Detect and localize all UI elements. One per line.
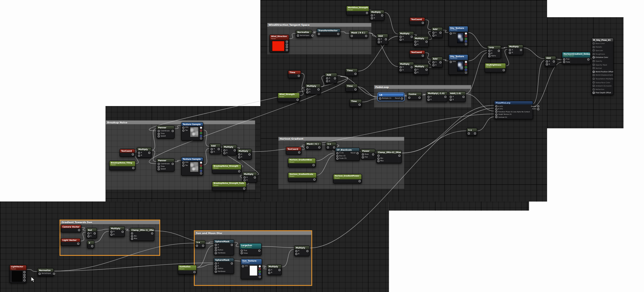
node-horizon-gradientscale[interactable]: Horizon_GradientScaleParam (288, 172, 317, 182)
input-pin[interactable] (242, 265, 244, 268)
node-title-bar[interactable]: 1-x (326, 142, 336, 145)
output-pin[interactable] (91, 245, 93, 247)
output-pin-r[interactable] (200, 129, 202, 132)
input-pin[interactable] (238, 154, 240, 156)
output-pin[interactable] (440, 61, 442, 64)
input-pin[interactable] (488, 55, 491, 57)
node-multiply[interactable]: MultiplyAB (413, 36, 429, 47)
node-title-bar[interactable]: 2 (87, 241, 94, 244)
output-pin-rgb[interactable] (200, 162, 202, 164)
node-spheremask[interactable]: SphereMaskABRadiusHardness (214, 258, 234, 274)
input-pin[interactable] (215, 247, 217, 249)
node-title-bar[interactable]: TexCoord (410, 18, 425, 21)
output-pin[interactable] (537, 105, 539, 108)
node-title-bar[interactable]: Clamp_(Min-1)_(Max-1) (130, 228, 154, 232)
output-pin-b[interactable] (200, 135, 202, 137)
input-pin[interactable] (182, 127, 185, 129)
output-pin[interactable] (474, 132, 476, 135)
output-pin[interactable] (296, 99, 299, 101)
node-title-bar[interactable]: Lerp (488, 46, 501, 49)
input-pin[interactable] (182, 164, 185, 167)
node-sunradius[interactable]: SunRadiusParam (178, 265, 197, 274)
node-breakupnoise-tiling[interactable]: BreakupNoise_TilingParam (109, 161, 135, 170)
output-pin[interactable] (411, 66, 413, 69)
input-pin[interactable] (414, 69, 416, 71)
node-power[interactable]: PowerBaseExp (361, 149, 375, 160)
node-title-bar[interactable]: Cosine (408, 92, 421, 96)
output-pin[interactable] (419, 97, 421, 99)
input-pin[interactable] (307, 89, 309, 91)
node-time[interactable]: Time (345, 84, 358, 92)
output-pin-a[interactable] (259, 276, 261, 278)
output-pin-rgb[interactable] (259, 265, 261, 268)
node-multiply[interactable]: MultiplyAB (508, 44, 523, 55)
node-title-bar[interactable]: TransformVector (317, 29, 340, 32)
output-pin[interactable] (77, 243, 79, 245)
node-title-bar[interactable]: 1-x (467, 128, 477, 132)
node-title-bar[interactable]: Panner (157, 159, 174, 162)
input-pin[interactable] (238, 156, 240, 158)
node-transformvector[interactable]: TransformVector (317, 28, 340, 36)
input-pin[interactable] (377, 157, 380, 160)
input-pin[interactable] (215, 252, 217, 254)
output-pin[interactable] (333, 147, 335, 149)
node-texcoord[interactable]: TexCoord (409, 50, 425, 58)
node-spheremask[interactable]: SphereMaskABRadiusHardness (214, 239, 234, 255)
node-clamp-min-1-max-1[interactable]: Clamp_(Min-1)_(Max-1)MinMax (130, 228, 154, 241)
node-title-bar[interactable]: Normalize (296, 30, 312, 34)
node-texture-sample[interactable]: Texture SampleUVsTex (181, 122, 203, 141)
input-pin[interactable] (378, 38, 380, 41)
output-pin-g[interactable] (465, 38, 467, 40)
node-texcoord[interactable]: TexCoord (119, 149, 135, 157)
node-title-bar[interactable]: SphereMask (214, 240, 234, 243)
node-dot[interactable]: DotAB (86, 228, 97, 238)
node-add[interactable]: AddAB (431, 57, 443, 67)
node-horizongradient-debug[interactable]: HorizonGradient_DebugSwitch ParamTrueFal… (562, 52, 591, 64)
node-title-bar[interactable]: Dot (87, 228, 96, 232)
input-pin[interactable] (593, 49, 595, 52)
output-pin[interactable] (337, 33, 339, 35)
input-pin[interactable] (593, 92, 595, 94)
output-pin[interactable] (286, 41, 288, 43)
node-title-bar[interactable]: Horizon_GradientScaleParam (288, 173, 316, 178)
node-title-bar[interactable]: Multiply (110, 227, 124, 230)
output-pin-a[interactable] (465, 43, 467, 45)
input-pin[interactable] (428, 99, 430, 101)
node-title-bar[interactable]: Texture Sample (182, 157, 203, 161)
output-pin-r[interactable] (465, 35, 467, 37)
output-pin[interactable] (425, 69, 428, 71)
node-title-bar[interactable]: Multiply (413, 65, 428, 68)
output-pin[interactable] (444, 96, 447, 98)
output-pin[interactable] (587, 58, 589, 61)
input-pin[interactable] (450, 32, 452, 35)
input-pin[interactable] (336, 152, 339, 154)
input-pin[interactable] (593, 42, 595, 45)
input-pin[interactable] (414, 72, 416, 74)
node-wind-strength[interactable]: Wind_StrengthParam (278, 92, 300, 102)
input-pin[interactable] (318, 33, 320, 35)
input-pin[interactable] (215, 271, 217, 273)
node-title-bar[interactable]: Sun_TextureParam2D (241, 259, 262, 265)
node-title-bar[interactable]: LightVectorParam (10, 265, 26, 271)
input-pin[interactable] (87, 235, 90, 237)
node-add[interactable]: AddAB (431, 27, 443, 38)
output-pin[interactable] (254, 176, 256, 179)
node-multiply-1-0[interactable]: Multiply(,-1.0)AB (426, 91, 448, 102)
input-pin[interactable] (593, 74, 595, 76)
node-title-bar[interactable]: Multiply (137, 148, 151, 151)
node-title-bar[interactable]: Time (346, 84, 357, 88)
input-pin[interactable] (196, 245, 198, 247)
node-title-bar[interactable]: SphereMask (214, 258, 234, 262)
input-pin[interactable] (138, 154, 140, 157)
output-pin[interactable] (520, 49, 522, 51)
node-title-bar[interactable]: TexCoord (410, 51, 425, 54)
output-pin-a[interactable] (465, 72, 467, 74)
input-pin[interactable] (131, 238, 133, 240)
output-pin[interactable] (372, 154, 374, 156)
output-pin-b[interactable] (465, 69, 467, 71)
output-pin[interactable] (202, 245, 204, 247)
node-title-bar[interactable]: LargeSunSwitch Param (240, 244, 261, 249)
input-pin[interactable] (244, 179, 246, 181)
output-pin-g[interactable] (259, 271, 261, 273)
node-title-bar[interactable]: Multiply (223, 145, 236, 148)
